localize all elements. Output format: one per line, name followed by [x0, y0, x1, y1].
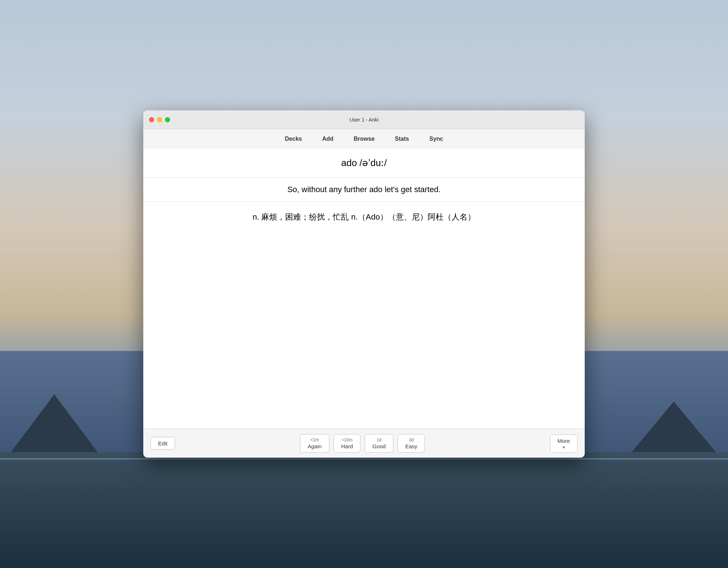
nav-sync[interactable]: Sync — [426, 134, 446, 144]
card-front: ado /əˈduː/ — [143, 149, 585, 178]
again-button[interactable]: <1m Again — [300, 434, 329, 453]
bottom-center: <1m Again <10m Hard 1d Good 3d Easy — [175, 434, 550, 453]
nav-add[interactable]: Add — [319, 134, 336, 144]
card-sentence: So, without any further ado let's get st… — [143, 178, 585, 202]
good-button[interactable]: 1d Good — [365, 434, 393, 453]
anki-window: User 1 - Anki Decks Add Browse Stats Syn… — [143, 110, 585, 458]
edit-button[interactable]: Edit — [151, 437, 175, 450]
maximize-button[interactable] — [165, 117, 170, 122]
card-area: ado /əˈduː/ So, without any further ado … — [143, 149, 585, 429]
title-bar: User 1 - Anki — [143, 110, 585, 129]
definition-text: n. 麻烦，困难；纷扰，忙乱 n.（Ado）（意、尼）阿杜（人名） — [253, 211, 475, 223]
nav-decks[interactable]: Decks — [282, 134, 305, 144]
sentence-text: So, without any further ado let's get st… — [287, 185, 441, 194]
more-button[interactable]: More ▼ — [550, 435, 577, 453]
chevron-down-icon: ▼ — [562, 445, 566, 449]
nav-bar: Decks Add Browse Stats Sync — [143, 129, 585, 149]
nav-browse[interactable]: Browse — [351, 134, 378, 144]
close-button[interactable] — [149, 117, 154, 122]
card-definition: n. 麻烦，困难；纷扰，忙乱 n.（Ado）（意、尼）阿杜（人名） — [143, 202, 585, 232]
hard-button[interactable]: <10m Hard — [334, 434, 361, 453]
traffic-lights — [149, 117, 170, 122]
nav-stats[interactable]: Stats — [392, 134, 412, 144]
bottom-right: More ▼ — [550, 435, 577, 453]
bottom-left: Edit — [151, 437, 175, 450]
word-pronunciation: ado /əˈduː/ — [341, 157, 387, 169]
bottom-bar: Edit <1m Again <10m Hard 1d Good 3d Easy — [143, 429, 585, 458]
window-title: User 1 - Anki — [350, 117, 378, 123]
easy-button[interactable]: 3d Easy — [398, 434, 425, 453]
minimize-button[interactable] — [157, 117, 162, 122]
card-body — [143, 232, 585, 429]
